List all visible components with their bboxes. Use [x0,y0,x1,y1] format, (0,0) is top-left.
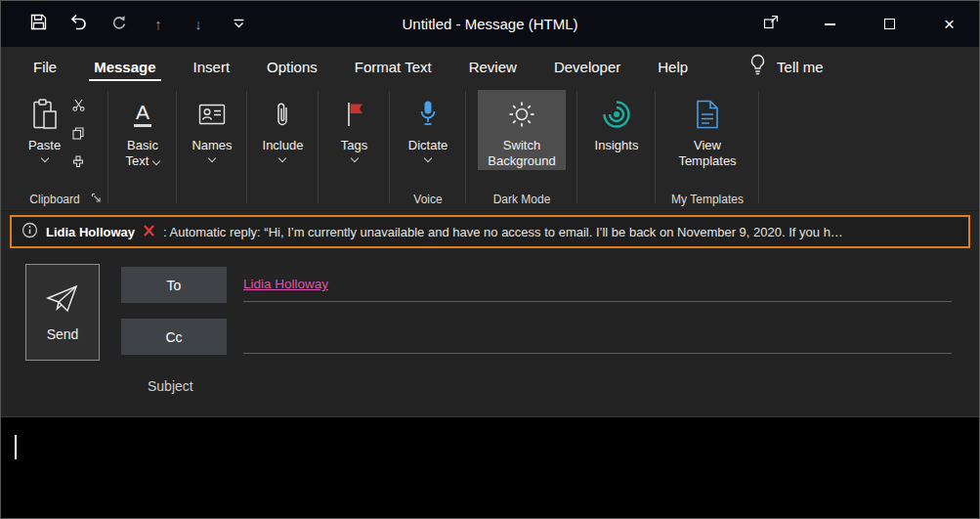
tab-review[interactable]: Review [450,47,535,86]
tab-developer[interactable]: Developer [535,47,639,86]
copy-icon [72,126,84,144]
popout-button[interactable] [741,1,800,47]
infobar-sender-name: Lidia Holloway [46,225,135,239]
customize-quick-access-icon [233,16,245,33]
view-templates-button[interactable]: View Templates [672,90,742,170]
chevron-down-icon [350,154,358,162]
clipboard-group-label: Clipboard [29,193,79,206]
ribbon-group-insights: Insights [577,86,656,210]
clipboard-dialog-launcher[interactable] [91,193,102,206]
down-arrow-icon: ↓ [194,17,202,31]
ribbon-group-dark-mode: Switch Background Dark Mode [466,86,577,210]
tab-options[interactable]: Options [248,47,336,86]
ribbon-group-basic-text: A Basic Text [108,86,177,210]
dark-mode-group-label: Dark Mode [493,193,551,206]
move-down-button[interactable]: ↓ [189,15,208,34]
paperclip-icon [276,94,289,135]
ribbon-group-voice: Dictate Voice [390,86,466,210]
my-templates-group-label: My Templates [671,193,744,206]
chevron-down-icon [278,154,286,162]
tab-file[interactable]: File [15,47,75,86]
dialog-launcher-icon [91,193,102,206]
cut-button[interactable] [69,99,87,114]
close-button[interactable]: × [919,1,979,47]
voice-group-label: Voice [413,193,442,206]
names-icon [198,94,226,135]
tags-button[interactable]: Tags [335,90,373,166]
names-button[interactable]: Names [186,90,237,166]
tab-message[interactable]: Message [75,47,174,86]
tab-format-text[interactable]: Format Text [336,47,450,86]
undo-button[interactable] [68,15,88,34]
ribbon-tab-row: File Message Insert Options Format Text … [1,47,979,86]
chevron-down-icon [152,157,160,165]
insights-icon [601,94,632,135]
chevron-down-icon [208,154,216,162]
tell-me-label: Tell me [777,59,824,75]
customize-quick-access-button[interactable] [229,15,248,34]
chevron-down-icon [40,154,48,162]
automatic-reply-infobar[interactable]: Lidia Holloway : Automatic reply: “Hi, I… [10,215,970,248]
subject-label: Subject [148,378,193,394]
paste-icon [32,94,58,135]
tell-me-control[interactable]: Tell me [749,54,824,80]
copy-button[interactable] [69,127,87,143]
save-button[interactable] [28,15,48,34]
sun-icon [506,94,537,135]
switch-background-button[interactable]: Switch Background [478,90,565,170]
maximize-button[interactable] [860,1,919,47]
minimize-button[interactable] [800,1,860,47]
to-button[interactable]: To [121,267,227,303]
include-button[interactable]: Include [257,90,310,166]
lightbulb-icon [749,54,766,80]
ribbon-group-clipboard: Paste Clipboard [1,86,108,210]
microphone-icon [419,94,437,135]
to-recipient-link[interactable]: Lidia Holloway [243,277,328,291]
flag-icon [344,94,365,135]
send-button[interactable]: Send [25,264,100,361]
outlook-message-window: ↑ ↓ Untitled - Message (HTML) × [0,0,980,519]
ribbon-group-include: Include [247,86,319,210]
template-document-icon [695,94,720,135]
paste-button[interactable]: Paste [22,90,66,166]
format-painter-icon [72,154,84,172]
send-icon [45,283,80,318]
cut-icon [72,98,85,115]
message-body[interactable] [1,416,979,518]
minimize-icon [825,23,835,25]
text-caret-icon [15,435,17,459]
redo-button[interactable] [108,15,128,34]
send-label: Send [47,326,79,342]
cc-field[interactable] [243,319,952,354]
undo-icon [69,14,88,34]
close-icon: × [944,15,955,33]
ribbon-group-tags: Tags [319,86,390,210]
up-arrow-icon: ↑ [154,17,162,31]
maximize-icon [884,19,895,29]
to-field[interactable]: Lidia Holloway [243,267,952,302]
insights-button[interactable]: Insights [589,90,645,154]
popout-icon [763,15,779,33]
info-icon [21,222,38,241]
quick-access-toolbar: ↑ ↓ [1,15,248,34]
chevron-down-icon [424,154,432,162]
dictate-button[interactable]: Dictate [403,90,453,166]
compose-header: Send To Cc Lidia Holloway Subject [1,250,979,416]
move-up-button[interactable]: ↑ [149,15,168,34]
infobar-message: : Automatic reply: “Hi, I’m currently un… [163,225,959,239]
format-painter-button[interactable] [69,155,87,171]
ribbon: Paste Clipboard A Basic Text [1,86,979,211]
redo-icon [110,14,127,34]
tab-help[interactable]: Help [639,47,706,86]
remove-recipient-icon[interactable] [143,225,155,239]
window-controls: × [741,1,979,47]
save-icon [30,14,47,34]
ribbon-group-my-templates: View Templates My Templates [656,86,759,210]
tab-insert[interactable]: Insert [175,47,249,86]
basic-text-button[interactable]: A Basic Text [120,90,166,170]
basic-text-icon: A [134,102,151,126]
cc-button[interactable]: Cc [121,319,227,355]
titlebar: ↑ ↓ Untitled - Message (HTML) × [1,1,979,47]
ribbon-group-names: Names [177,86,247,210]
